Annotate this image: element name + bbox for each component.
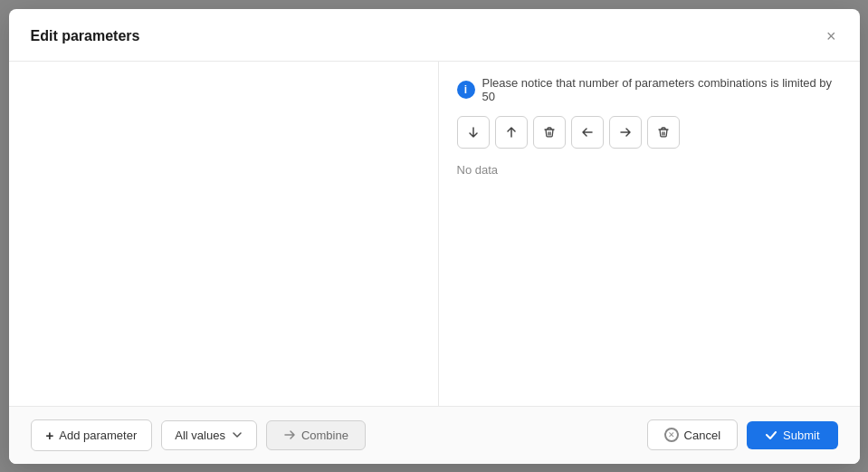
combine-label: Combine: [301, 429, 348, 442]
trash-icon: [543, 126, 556, 139]
combine-button[interactable]: Combine: [266, 420, 366, 450]
info-icon: i: [457, 81, 475, 99]
close-button[interactable]: ×: [825, 25, 838, 48]
all-values-label: All values: [175, 429, 225, 442]
modal-footer: + Add parameter All values Combine: [9, 406, 860, 464]
plus-icon: +: [46, 428, 54, 443]
right-panel: i Please notice that number of parameter…: [439, 62, 860, 406]
arrow-up-icon: [505, 126, 518, 139]
arrow-left-icon: [581, 126, 594, 139]
right-footer-actions: ✕ Cancel Submit: [647, 419, 838, 450]
move-up-button[interactable]: [495, 116, 528, 149]
left-panel: [9, 62, 439, 406]
modal-body: i Please notice that number of parameter…: [9, 62, 860, 406]
left-footer-actions: + Add parameter All values Combine: [31, 419, 366, 451]
notice-text: Please notice that number of parameters …: [482, 76, 842, 103]
arrow-down-icon: [467, 126, 480, 139]
notice-bar: i Please notice that number of parameter…: [457, 76, 842, 103]
arrow-right-icon: [619, 126, 632, 139]
combine-arrow-icon: [283, 429, 296, 441]
cancel-circle-icon: ✕: [664, 428, 679, 442]
move-right-button[interactable]: [609, 116, 642, 149]
move-down-button[interactable]: [457, 116, 490, 149]
all-values-button[interactable]: All values: [161, 420, 257, 450]
no-data-label: No data: [457, 163, 842, 177]
submit-button[interactable]: Submit: [747, 421, 837, 449]
move-left-button[interactable]: [571, 116, 604, 149]
check-icon: [765, 429, 777, 441]
modal-overlay: Edit parameters × i Please notice that n…: [0, 0, 868, 472]
chevron-down-icon: [231, 429, 243, 441]
add-parameter-label: Add parameter: [59, 429, 137, 442]
modal-title: Edit parameters: [31, 28, 140, 44]
cancel-button[interactable]: ✕ Cancel: [647, 419, 738, 450]
edit-parameters-modal: Edit parameters × i Please notice that n…: [9, 9, 860, 464]
submit-label: Submit: [783, 429, 819, 442]
delete-selected-button[interactable]: [533, 116, 566, 149]
modal-header: Edit parameters ×: [9, 9, 860, 62]
delete-all-button[interactable]: [647, 116, 680, 149]
cancel-label: Cancel: [684, 429, 720, 442]
toolbar: [457, 116, 842, 149]
trash-all-icon: [657, 126, 670, 139]
add-parameter-button[interactable]: + Add parameter: [31, 419, 153, 451]
